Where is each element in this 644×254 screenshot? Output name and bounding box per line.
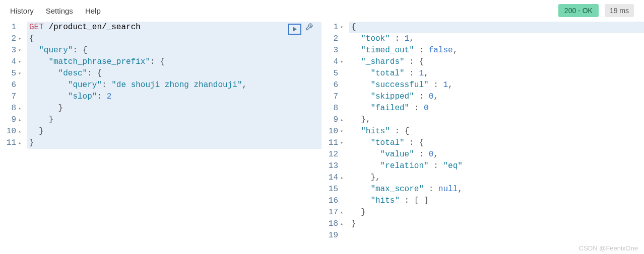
token: : (405, 69, 419, 78)
watermark: CSDN @FeenixOne (579, 244, 638, 252)
token (351, 196, 370, 205)
code-line[interactable]: } (349, 207, 644, 218)
fold-toggle-icon[interactable]: ▾ (339, 56, 344, 68)
code-line[interactable]: "total" : { (349, 137, 644, 149)
fold-toggle-icon[interactable]: ▾ (17, 45, 22, 56)
code-line[interactable]: }, (349, 172, 644, 184)
response-editor[interactable]: 1▾234▾56789▴10▾11▾121314▴151617▴18▴19 { … (322, 22, 644, 241)
request-editor[interactable]: 12▾3▾4▾5▾678▴9▴10▴11▴ GET /product_en/_s… (0, 22, 321, 149)
request-gutter: 12▾3▾4▾5▾678▴9▴10▴11▴ (0, 22, 27, 149)
line-number: 15 (329, 184, 338, 195)
line-number: 12 (329, 149, 338, 160)
token: "query" (68, 80, 102, 90)
code-line[interactable]: "skipped" : 0, (349, 91, 644, 103)
code-line[interactable]: "desc": { (27, 68, 321, 79)
line-number: 5 (11, 68, 16, 79)
token (351, 92, 370, 101)
fold-toggle-icon[interactable]: ▾ (17, 56, 22, 68)
code-line[interactable]: "value" : 0, (349, 149, 644, 160)
code-line[interactable]: } (349, 218, 644, 230)
editor-panes: 12▾3▾4▾5▾678▴9▴10▴11▴ GET /product_en/_s… (0, 22, 644, 254)
token: "desc" (58, 69, 88, 78)
menu-history[interactable]: History (10, 7, 34, 15)
line-number: 9 (11, 114, 16, 126)
line-number: 14 (329, 172, 338, 184)
token: : (102, 80, 111, 90)
code-line[interactable]: } (27, 126, 321, 137)
token: "value" (380, 150, 414, 159)
fold-toggle-icon[interactable]: ▾ (339, 22, 344, 33)
token: "hits" (370, 196, 400, 205)
menu-help[interactable]: Help (85, 7, 101, 15)
token: { (29, 34, 34, 43)
code-line[interactable]: { (349, 22, 644, 33)
gutter-line: 14▴ (326, 172, 344, 184)
token: , (242, 80, 247, 90)
code-line[interactable]: "slop": 2 (27, 91, 321, 103)
token: } (351, 208, 366, 217)
code-line[interactable]: "match_phrase_prefix": { (27, 56, 321, 68)
token: "query" (39, 46, 73, 55)
code-line[interactable]: "hits" : [ ] (349, 195, 644, 207)
status-badge: 200 - OK (558, 4, 599, 17)
code-line[interactable]: "relation" : "eq" (349, 160, 644, 172)
fold-toggle-icon[interactable]: ▾ (17, 33, 22, 45)
code-line[interactable]: } (27, 137, 321, 149)
code-line[interactable]: GET /product_en/_search (27, 22, 321, 33)
fold-toggle-icon[interactable]: ▴ (17, 114, 22, 126)
code-line[interactable]: } (27, 103, 321, 114)
token: "hits" (361, 127, 390, 136)
response-code[interactable]: { "took" : 1, "timed_out" : false, "_sha… (349, 22, 644, 241)
line-number: 19 (329, 230, 338, 241)
line-number: 10 (7, 126, 16, 137)
token: : (409, 104, 424, 113)
code-line[interactable]: "query": "de shouji zhong zhandouji", (27, 79, 321, 91)
code-line[interactable]: } (27, 114, 321, 126)
menu-settings[interactable]: Settings (46, 7, 73, 15)
request-code[interactable]: GET /product_en/_search{ "query": { "mat… (27, 22, 321, 149)
code-line[interactable]: "hits" : { (349, 126, 644, 137)
response-gutter: 1▾234▾56789▴10▾11▾121314▴151617▴18▴19 (322, 22, 349, 241)
fold-toggle-icon[interactable]: ▴ (339, 172, 344, 184)
fold-toggle-icon[interactable]: ▾ (339, 137, 344, 149)
code-line[interactable]: "took" : 1, (349, 33, 644, 45)
fold-toggle-icon[interactable]: ▴ (339, 207, 344, 218)
fold-toggle-icon[interactable]: ▴ (17, 137, 22, 149)
token (351, 57, 361, 66)
gutter-line: 3 (326, 45, 344, 56)
code-line[interactable]: "failed" : 0 (349, 103, 644, 114)
gutter-line: 5 (326, 68, 344, 79)
gutter-line: 13 (326, 160, 344, 172)
fold-toggle-icon[interactable]: ▴ (17, 126, 22, 137)
code-line[interactable] (349, 230, 644, 241)
gutter-line: 7 (326, 91, 344, 103)
token: "skipped" (370, 92, 414, 101)
line-number: 10 (329, 126, 338, 137)
gutter-line: 8 (326, 103, 344, 114)
token (351, 185, 370, 194)
fold-toggle-icon[interactable]: ▴ (339, 218, 344, 230)
code-line[interactable]: "successful" : 1, (349, 79, 644, 91)
token (351, 34, 361, 43)
token: : { (405, 57, 424, 66)
fold-toggle-icon[interactable]: ▴ (17, 103, 22, 114)
code-line[interactable]: { (27, 33, 321, 45)
code-line[interactable]: "query": { (27, 45, 321, 56)
token (351, 138, 370, 147)
line-number: 4 (333, 56, 338, 68)
fold-toggle-icon[interactable]: ▾ (17, 68, 22, 79)
token: : { (87, 69, 102, 78)
line-number: 1 (11, 22, 16, 33)
run-button[interactable] (288, 24, 301, 35)
code-line[interactable]: }, (349, 114, 644, 126)
token: "total" (370, 138, 404, 147)
fold-toggle-icon[interactable]: ▾ (339, 126, 344, 137)
fold-toggle-icon[interactable]: ▴ (339, 114, 344, 126)
code-line[interactable]: "_shards" : { (349, 56, 644, 68)
code-line[interactable]: "timed_out" : false, (349, 45, 644, 56)
code-line[interactable]: "max_score" : null, (349, 184, 644, 195)
gutter-line: 19 (326, 230, 344, 241)
tools-button[interactable] (304, 23, 313, 36)
code-line[interactable]: "total" : 1, (349, 68, 644, 79)
token: } (29, 127, 44, 136)
